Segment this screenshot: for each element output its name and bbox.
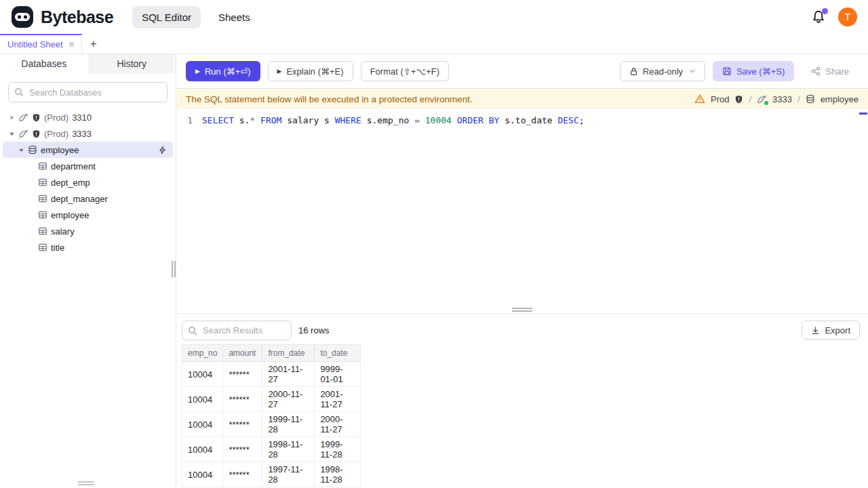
results-header-row: emp_noamountfrom_dateto_date: [182, 345, 361, 362]
table-row-item[interactable]: salary: [0, 223, 176, 239]
table-row-item[interactable]: department: [0, 158, 176, 174]
download-icon: [811, 326, 820, 335]
breadcrumb-slash: /: [797, 94, 800, 104]
instance-crumb[interactable]: 3333: [772, 94, 792, 104]
result-cell: 2001-11-27: [315, 387, 361, 412]
sidebar: Databases History (Prod) 3310: [0, 54, 176, 488]
code-line: 1 SELECT s.* FROM salary s WHERE s.emp_n…: [176, 109, 868, 127]
chevron-down-icon: [689, 68, 696, 75]
bytebase-logo-icon: [11, 5, 34, 28]
new-sheet-button[interactable]: +: [82, 34, 105, 54]
sidebar-resize-handle[interactable]: [172, 261, 176, 277]
readonly-mode-button[interactable]: Read-only: [620, 61, 705, 81]
top-nav: SQL Editor Sheets: [132, 6, 260, 28]
sql-token: DESC: [557, 115, 578, 125]
sql-statement: SELECT s.* FROM salary s WHERE s.emp_no …: [202, 114, 585, 127]
format-button[interactable]: Format (⇧+⌥+F): [361, 61, 449, 81]
overview-ruler-mark: [859, 113, 867, 115]
brand-name: Bytebase: [41, 7, 113, 27]
nav-sql-editor[interactable]: SQL Editor: [132, 6, 201, 28]
table-row[interactable]: 10004******2000-11-272001-11-27: [182, 387, 361, 412]
table-row-item[interactable]: title: [0, 239, 176, 256]
table-icon: [38, 161, 47, 171]
connection-breadcrumb: Prod / 3333 / employee: [694, 94, 859, 104]
table-row[interactable]: 10004******1998-11-281999-11-28: [182, 437, 361, 462]
toolbar-right: Read-only Save (⌘+S) Share: [620, 61, 859, 81]
results-resize-handle[interactable]: [512, 308, 532, 312]
results-table: emp_noamountfrom_dateto_date 10004******…: [182, 344, 361, 488]
save-button[interactable]: Save (⌘+S): [713, 61, 794, 81]
avatar[interactable]: T: [838, 7, 857, 26]
brand-logo-group[interactable]: Bytebase: [11, 5, 113, 28]
search-results-input[interactable]: [182, 321, 292, 340]
environment-label: Prod: [711, 94, 729, 104]
main-panel: ▶ Run (⌘+⏎) ▶ Explain (⌘+E) Format (⇧+⌥+…: [176, 54, 868, 488]
table-row-item[interactable]: employee: [0, 207, 176, 223]
database-icon: [28, 145, 37, 155]
result-cell: 2000-11-27: [315, 412, 361, 437]
protected-environment-banner: The SQL statement below will be executed…: [176, 89, 868, 109]
mysql-icon: [18, 113, 28, 123]
instance-row-3333[interactable]: (Prod) 3333: [0, 125, 176, 142]
connect-bolt-icon[interactable]: [158, 146, 167, 155]
table-name: dept_emp: [51, 178, 90, 188]
tab-databases[interactable]: Databases: [0, 54, 88, 73]
column-header-amount[interactable]: amount: [223, 345, 262, 362]
database-crumb[interactable]: employee: [821, 94, 859, 104]
sidebar-bottom-handle[interactable]: [78, 481, 94, 485]
result-cell: ******: [223, 362, 262, 387]
shield-icon: [734, 95, 743, 104]
nav-sheets[interactable]: Sheets: [209, 6, 260, 28]
database-search: [8, 82, 167, 102]
result-cell: 10004: [182, 412, 223, 437]
instance-name: 3333: [72, 129, 92, 139]
share-button[interactable]: Share: [802, 61, 859, 81]
sql-token: FROM: [260, 115, 281, 125]
database-row-employee[interactable]: employee: [3, 142, 173, 158]
instance-name: 3310: [72, 113, 92, 123]
table-row-item[interactable]: dept_emp: [0, 174, 176, 190]
database-name: employee: [41, 145, 79, 155]
table-row[interactable]: 10004******1997-11-281998-11-28: [182, 462, 361, 487]
table-icon: [38, 194, 47, 203]
sheet-tab-label: Untitled Sheet: [7, 39, 63, 49]
tab-history[interactable]: History: [88, 54, 176, 73]
table-icon: [38, 210, 47, 220]
caret-down-icon[interactable]: [18, 147, 24, 153]
result-cell: ******: [223, 462, 262, 487]
column-header-emp_no[interactable]: emp_no: [182, 345, 223, 362]
column-header-to_date[interactable]: to_date: [315, 345, 361, 362]
table-icon: [38, 226, 47, 236]
table-row[interactable]: 10004******2001-11-279999-01-01: [182, 362, 361, 387]
export-button[interactable]: Export: [802, 321, 860, 340]
run-button[interactable]: ▶ Run (⌘+⏎): [186, 61, 260, 81]
result-cell: 1999-11-28: [315, 437, 361, 462]
table-name: salary: [51, 226, 75, 237]
workspace: Databases History (Prod) 3310: [0, 54, 868, 488]
instance-row-3310[interactable]: (Prod) 3310: [0, 109, 176, 125]
editor-toolbar: ▶ Run (⌘+⏎) ▶ Explain (⌘+E) Format (⇧+⌥+…: [176, 54, 868, 89]
sql-editor[interactable]: 1 SELECT s.* FROM salary s WHERE s.emp_n…: [176, 109, 868, 313]
result-cell: 2001-11-27: [262, 362, 315, 387]
caret-down-icon[interactable]: [8, 131, 15, 137]
search-databases-input[interactable]: [8, 82, 167, 102]
lock-icon: [629, 67, 638, 76]
table-row-item[interactable]: dept_manager: [0, 190, 176, 207]
result-cell: 10004: [182, 362, 223, 387]
table-icon: [38, 178, 47, 187]
connection-status-dot: [764, 101, 768, 105]
column-header-from_date[interactable]: from_date: [262, 345, 315, 362]
explain-button[interactable]: ▶ Explain (⌘+E): [268, 61, 353, 81]
notifications-button[interactable]: [811, 9, 826, 24]
table-row[interactable]: 10004******1999-11-282000-11-27: [182, 412, 361, 437]
sql-token: [255, 115, 260, 125]
results-header: 16 rows Export: [182, 320, 860, 340]
sheet-tab-untitled[interactable]: Untitled Sheet: [0, 34, 82, 54]
results-panel: 16 rows Export emp_noamountfrom_dateto_d…: [176, 313, 868, 488]
sheet-tab-strip: Untitled Sheet +: [0, 34, 868, 54]
sql-token: ORDER BY: [457, 115, 500, 125]
breadcrumb-slash: /: [749, 94, 751, 104]
caret-right-icon[interactable]: [8, 115, 15, 121]
shield-icon: [32, 129, 41, 138]
result-cell: 1999-11-28: [262, 412, 315, 437]
